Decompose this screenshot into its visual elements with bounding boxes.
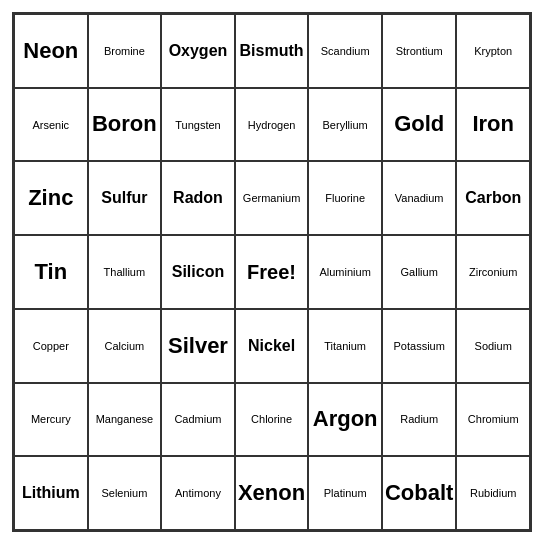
cell-1-5: Gold bbox=[382, 88, 456, 162]
cell-6-3: Xenon bbox=[235, 456, 309, 530]
cell-6-6: Rubidium bbox=[456, 456, 530, 530]
cell-3-3: Free! bbox=[235, 235, 309, 309]
cell-0-4: Scandium bbox=[308, 14, 382, 88]
cell-5-2: Cadmium bbox=[161, 383, 235, 457]
cell-2-0: Zinc bbox=[14, 161, 88, 235]
cell-3-4: Aluminium bbox=[308, 235, 382, 309]
cell-4-0: Copper bbox=[14, 309, 88, 383]
cell-3-6: Zirconium bbox=[456, 235, 530, 309]
cell-3-0: Tin bbox=[14, 235, 88, 309]
cell-3-1: Thallium bbox=[88, 235, 162, 309]
cell-4-3: Nickel bbox=[235, 309, 309, 383]
cell-2-4: Fluorine bbox=[308, 161, 382, 235]
cell-0-1: Bromine bbox=[88, 14, 162, 88]
cell-4-4: Titanium bbox=[308, 309, 382, 383]
cell-5-6: Chromium bbox=[456, 383, 530, 457]
cell-1-3: Hydrogen bbox=[235, 88, 309, 162]
cell-4-2: Silver bbox=[161, 309, 235, 383]
cell-5-0: Mercury bbox=[14, 383, 88, 457]
cell-6-1: Selenium bbox=[88, 456, 162, 530]
cell-0-6: Krypton bbox=[456, 14, 530, 88]
cell-6-2: Antimony bbox=[161, 456, 235, 530]
cell-1-0: Arsenic bbox=[14, 88, 88, 162]
cell-2-6: Carbon bbox=[456, 161, 530, 235]
cell-4-6: Sodium bbox=[456, 309, 530, 383]
cell-6-4: Platinum bbox=[308, 456, 382, 530]
cell-5-3: Chlorine bbox=[235, 383, 309, 457]
cell-6-5: Cobalt bbox=[382, 456, 456, 530]
cell-6-0: Lithium bbox=[14, 456, 88, 530]
cell-1-4: Beryllium bbox=[308, 88, 382, 162]
cell-1-2: Tungsten bbox=[161, 88, 235, 162]
cell-3-5: Gallium bbox=[382, 235, 456, 309]
cell-4-1: Calcium bbox=[88, 309, 162, 383]
bingo-card: NeonBromineOxygenBismuthScandiumStrontiu… bbox=[12, 12, 532, 532]
cell-0-3: Bismuth bbox=[235, 14, 309, 88]
cell-2-3: Germanium bbox=[235, 161, 309, 235]
cell-1-1: Boron bbox=[88, 88, 162, 162]
cell-1-6: Iron bbox=[456, 88, 530, 162]
cell-5-5: Radium bbox=[382, 383, 456, 457]
cell-2-1: Sulfur bbox=[88, 161, 162, 235]
cell-0-0: Neon bbox=[14, 14, 88, 88]
cell-0-5: Strontium bbox=[382, 14, 456, 88]
cell-5-4: Argon bbox=[308, 383, 382, 457]
cell-0-2: Oxygen bbox=[161, 14, 235, 88]
cell-2-5: Vanadium bbox=[382, 161, 456, 235]
cell-2-2: Radon bbox=[161, 161, 235, 235]
cell-4-5: Potassium bbox=[382, 309, 456, 383]
cell-3-2: Silicon bbox=[161, 235, 235, 309]
cell-5-1: Manganese bbox=[88, 383, 162, 457]
